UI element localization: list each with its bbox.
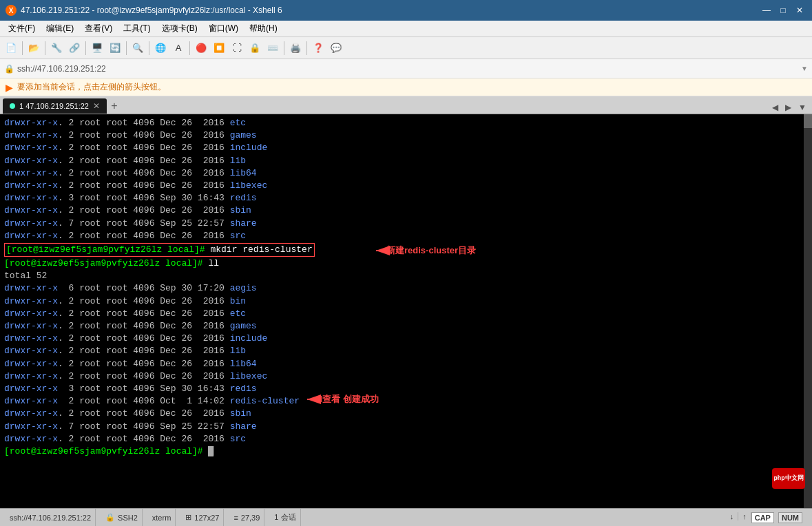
tab-nav-next[interactable]: ▶: [782, 101, 794, 114]
info-text: 要添加当前会话，点击左侧的箭头按钮。: [17, 81, 166, 93]
status-scroll-down[interactable]: ↓: [726, 512, 739, 520]
status-term: xterm: [148, 509, 176, 526]
address-bar: 🔒 ssh://47.106.219.251:22 ▼: [0, 59, 812, 78]
status-protocol: 🔒 SSH2: [101, 509, 143, 526]
tab-nav-right: ◀ ▶ ▼: [769, 101, 809, 114]
address-text[interactable]: ssh://47.106.219.251:22: [17, 64, 801, 74]
title-bar: X 47.106.219.251:22 - root@izwz9ef5sjam9…: [0, 0, 812, 21]
menu-edit[interactable]: 编辑(E): [41, 21, 79, 36]
tab-nav-prev[interactable]: ◀: [769, 101, 781, 114]
svg-text:ll查看   创建成功: ll查看 创建成功: [317, 394, 379, 404]
toolbar-keyboard[interactable]: ⌨️: [264, 40, 281, 56]
status-cap-indicator: CAP: [751, 512, 774, 523]
toolbar-separator-8: [306, 41, 307, 55]
terminal[interactable]: drwxr-xr-x. 2 root root 4096 Dec 26 2016…: [0, 114, 812, 508]
php-watermark: php中文网: [772, 468, 805, 489]
terminal-line: drwxr-xr-x. 2 root root 4096 Dec 26 2016…: [4, 295, 798, 308]
menu-help[interactable]: 帮助(H): [244, 21, 283, 36]
status-num-indicator: NUM: [774, 512, 806, 523]
toolbar-separator-5: [149, 41, 149, 55]
toolbar-btn6[interactable]: 🔴: [193, 40, 209, 56]
terminal-line: drwxr-xr-x. 2 root root 4096 Dec 26 2016…: [4, 308, 798, 320]
toolbar-font[interactable]: A: [170, 40, 187, 56]
close-button[interactable]: ✕: [793, 5, 806, 16]
menu-tools[interactable]: 工具(T): [118, 21, 156, 36]
toolbar-fullscreen[interactable]: ⛶: [229, 40, 245, 56]
svg-text:新建redis-cluster目录: 新建redis-cluster目录: [386, 245, 477, 255]
terminal-line: drwxr-xr-x. 2 root root 4096 Dec 26 2016…: [4, 370, 798, 383]
toolbar: 📄 📂 🔧 🔗 🖥️ 🔄 🔍 🌐 A 🔴 ⏹️ ⛶ 🔒 ⌨️ 🖨️ ❓ 💬: [0, 37, 812, 59]
status-lock-icon: 🔒: [105, 513, 115, 522]
toolbar-chat[interactable]: 💬: [328, 40, 344, 56]
terminal-line: drwxr-xr-x. 2 root root 4096 Dec 26 2016…: [4, 333, 798, 345]
toolbar-btn1[interactable]: 🔧: [48, 40, 65, 56]
toolbar-separator-4: [126, 41, 127, 55]
tab-status-dot: [10, 103, 15, 109]
tab-close-button[interactable]: ✕: [93, 101, 100, 111]
terminal-line: drwxr-xr-x. 3 root root 4096 Sep 30 16:4…: [4, 192, 798, 204]
toolbar-help[interactable]: ❓: [310, 40, 326, 56]
toolbar-lock[interactable]: 🔒: [247, 40, 263, 56]
info-arrow-icon: ▶: [6, 82, 13, 93]
toolbar-new[interactable]: 📄: [3, 40, 19, 56]
app-icon: X: [6, 5, 17, 16]
toolbar-open[interactable]: 📂: [25, 40, 42, 56]
tab-add-button[interactable]: +: [107, 98, 122, 114]
php-watermark-text: php中文网: [773, 474, 803, 483]
status-size-value: 127x27: [194, 514, 219, 522]
toolbar-refresh[interactable]: 🔄: [107, 40, 123, 56]
tab-label: 1 47.106.219.251:22: [19, 102, 89, 110]
toolbar-separator-1: [22, 41, 23, 55]
terminal-line: drwxr-xr-x. 2 root root 4096 Dec 26 2016…: [4, 204, 798, 217]
tab-nav-menu[interactable]: ▼: [795, 101, 809, 114]
toolbar-print[interactable]: 🖨️: [287, 40, 304, 56]
total-line: total 52: [4, 270, 798, 282]
terminal-line: drwxr-xr-x 6 root root 4096 Sep 30 17:20…: [4, 282, 798, 295]
terminal-line: drwxr-xr-x. 7 root root 4096 Sep 25 22:5…: [4, 421, 798, 433]
title-left: X 47.106.219.251:22 - root@izwz9ef5sjam9…: [6, 5, 282, 16]
terminal-line: drwxr-xr-x. 7 root root 4096 Sep 25 22:5…: [4, 218, 798, 230]
num-label: NUM: [778, 512, 802, 523]
status-bar: ssh://47.106.219.251:22 🔒 SSH2 xterm ⊞ 1…: [0, 508, 812, 526]
terminal-line: drwxr-xr-x. 2 root root 4096 Dec 26 2016…: [4, 155, 798, 167]
session-tab[interactable]: 1 47.106.219.251:22 ✕: [3, 98, 107, 114]
terminal-line: drwxr-xr-x. 2 root root 4096 Dec 26 2016…: [4, 167, 798, 180]
status-position: ≡ 27,39: [229, 509, 264, 526]
toolbar-search[interactable]: 🔍: [129, 40, 146, 56]
menu-window[interactable]: 窗口(W): [203, 21, 244, 36]
menu-view[interactable]: 查看(V): [79, 21, 118, 36]
terminal-line: drwxr-xr-x. 2 root root 4096 Dec 26 2016…: [4, 230, 798, 242]
minimize-button[interactable]: —: [760, 5, 773, 16]
toolbar-btn5[interactable]: 🌐: [152, 40, 169, 56]
terminal-line: drwxr-xr-x. 2 root root 4096 Dec 26 2016…: [4, 129, 798, 142]
maximize-button[interactable]: □: [776, 5, 790, 16]
terminal-line: drwxr-xr-x. 2 root root 4096 Dec 26 2016…: [4, 433, 798, 445]
terminal-line: drwxr-xr-x. 2 root root 4096 Dec 26 2016…: [4, 358, 798, 370]
info-bar: ▶ 要添加当前会话，点击左侧的箭头按钮。: [0, 78, 812, 96]
toolbar-separator-6: [189, 41, 190, 55]
toolbar-btn7[interactable]: ⏹️: [211, 40, 227, 56]
toolbar-separator-2: [45, 41, 45, 55]
status-size-icon: ⊞: [185, 513, 191, 522]
status-ssh2-label: SSH2: [118, 514, 138, 522]
address-lock-icon: 🔒: [4, 64, 14, 74]
terminal-line: drwxr-xr-x. 2 root root 4096 Dec 26 2016…: [4, 320, 798, 333]
toolbar-btn3[interactable]: 🖥️: [89, 40, 105, 56]
tab-bar: 1 47.106.219.251:22 ✕ + ◀ ▶ ▼: [0, 96, 812, 114]
terminal-line: drwxr-xr-x. 2 root root 4096 Dec 26 2016…: [4, 345, 798, 357]
toolbar-btn2[interactable]: 🔗: [66, 40, 83, 56]
menu-file[interactable]: 文件(F): [3, 21, 41, 36]
address-dropdown-icon[interactable]: ▼: [801, 65, 808, 72]
status-right: ↓ ↑ CAP NUM: [726, 512, 806, 523]
status-position-icon: ≡: [233, 514, 238, 522]
status-position-value: 27,39: [241, 514, 260, 522]
menu-bar: 文件(F) 编辑(E) 查看(V) 工具(T) 选项卡(B) 窗口(W) 帮助(…: [0, 21, 812, 37]
status-sessions: 1 会话: [270, 509, 300, 526]
terminal-line: drwxr-xr-x. 2 root root 4096 Dec 26 2016…: [4, 142, 798, 154]
menu-tabs[interactable]: 选项卡(B): [156, 21, 203, 36]
window-controls: — □ ✕: [760, 5, 806, 16]
status-ssh-addr: ssh://47.106.219.251:22: [10, 514, 91, 522]
mkdir-command-line: [root@izwz9ef5sjam9pvfyiz26lz local]# mk…: [4, 243, 315, 257]
terminal-line: drwxr-xr-x. 2 root root 4096 Dec 26 2016…: [4, 117, 798, 129]
status-scroll-up[interactable]: ↑: [738, 512, 751, 520]
